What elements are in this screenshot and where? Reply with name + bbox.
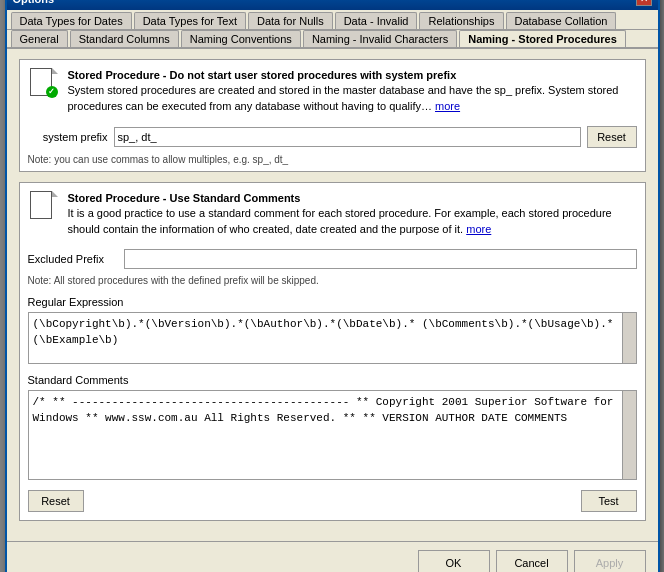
comments-scrollbar[interactable] [622, 391, 636, 479]
section2-box: Stored Procedure - Use Standard Comments… [19, 182, 646, 521]
section2-buttons: Reset Test [20, 486, 645, 520]
title-bar: Options ✕ [7, 0, 658, 10]
section2-note: Note: All stored procedures with the def… [20, 273, 645, 292]
tab-bar-bottom: General Standard Columns Naming Conventi… [7, 30, 658, 49]
section2-header: Stored Procedure - Use Standard Comments [68, 192, 301, 204]
doc-icon: ✓ [30, 68, 58, 100]
regex-content: (\bCopyright\b).*(\bVersion\b).*(\bAutho… [33, 318, 614, 345]
section2-link[interactable]: more [466, 223, 491, 235]
tab-naming-conventions[interactable]: Naming Conventions [181, 30, 301, 47]
section1-box: ✓ Stored Procedure - Do not start user s… [19, 59, 646, 172]
section1-text: Stored Procedure - Do not start user sto… [68, 68, 637, 114]
close-button[interactable]: ✕ [636, 0, 652, 6]
cancel-button[interactable]: Cancel [496, 550, 568, 572]
tab-data-types-dates[interactable]: Data Types for Dates [11, 12, 132, 29]
system-prefix-input[interactable] [114, 127, 581, 147]
regex-label: Regular Expression [20, 292, 645, 310]
excluded-prefix-row: Excluded Prefix [20, 245, 645, 273]
apply-button[interactable]: Apply [574, 550, 646, 572]
section1-link[interactable]: more [435, 100, 460, 112]
tab-standard-columns[interactable]: Standard Columns [70, 30, 179, 47]
check-icon: ✓ [46, 86, 58, 98]
footer: OK Cancel Apply [7, 541, 658, 572]
section2-icon [28, 191, 60, 223]
main-content: ✓ Stored Procedure - Do not start user s… [7, 49, 658, 541]
excluded-prefix-label: Excluded Prefix [28, 253, 118, 265]
system-prefix-row: system prefix Reset [20, 122, 645, 152]
doc2-body [30, 191, 52, 219]
doc-fold [52, 68, 58, 74]
comments-label: Standard Comments [20, 370, 645, 388]
section2-inner: Stored Procedure - Use Standard Comments… [20, 183, 645, 245]
excluded-prefix-input[interactable] [124, 249, 637, 269]
tab-data-invalid[interactable]: Data - Invalid [335, 12, 418, 29]
section1-icon: ✓ [28, 68, 60, 100]
section1-header: Stored Procedure - Do not start user sto… [68, 69, 457, 81]
doc2-icon [30, 191, 58, 223]
tab-naming-invalid-chars[interactable]: Naming - Invalid Characters [303, 30, 457, 47]
section2-reset-button[interactable]: Reset [28, 490, 84, 512]
section2-test-button[interactable]: Test [581, 490, 637, 512]
doc2-fold [52, 191, 58, 197]
section1-note: Note: you can use commas to allow multip… [20, 152, 645, 171]
tab-database-collation[interactable]: Database Collation [506, 12, 617, 29]
section2-description: It is a good practice to use a standard … [68, 207, 612, 234]
comments-textarea[interactable]: /* ** ----------------------------------… [28, 390, 637, 480]
tab-data-for-nulls[interactable]: Data for Nulls [248, 12, 333, 29]
ok-button[interactable]: OK [418, 550, 490, 572]
system-prefix-label: system prefix [28, 131, 108, 143]
tab-data-types-text[interactable]: Data Types for Text [134, 12, 246, 29]
section1-description: System stored procedures are created and… [68, 84, 619, 111]
window-title: Options [13, 0, 55, 5]
tab-general[interactable]: General [11, 30, 68, 47]
section2-text: Stored Procedure - Use Standard Comments… [68, 191, 637, 237]
options-window: Options ✕ Data Types for Dates Data Type… [5, 0, 660, 572]
regex-textarea[interactable]: (\bCopyright\b).*(\bVersion\b).*(\bAutho… [28, 312, 637, 364]
tab-bar-top: Data Types for Dates Data Types for Text… [7, 10, 658, 30]
tab-relationships[interactable]: Relationships [419, 12, 503, 29]
tab-naming-stored-procedures[interactable]: Naming - Stored Procedures [459, 30, 626, 47]
regex-scrollbar[interactable] [622, 313, 636, 363]
section1-inner: ✓ Stored Procedure - Do not start user s… [20, 60, 645, 122]
comments-content: /* ** ----------------------------------… [33, 396, 614, 423]
system-prefix-reset[interactable]: Reset [587, 126, 637, 148]
